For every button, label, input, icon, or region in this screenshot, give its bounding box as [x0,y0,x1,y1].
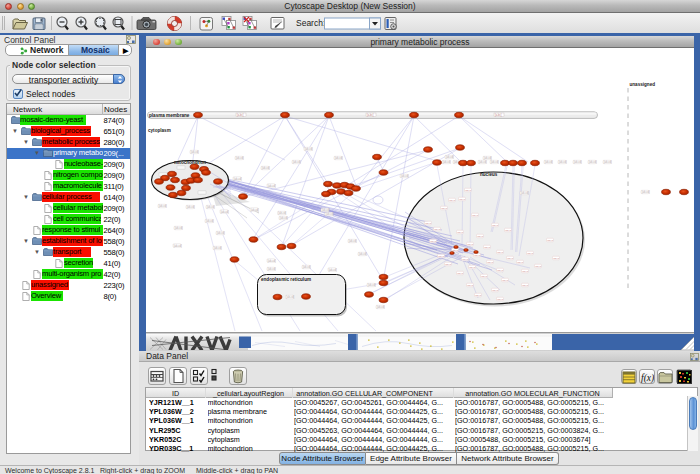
svg-text:[ab-c]: [ab-c] [475,294,481,297]
svg-text:[ab-cd]: [ab-cd] [268,259,276,263]
svg-text:unassigned: unassigned [630,82,656,87]
svg-text:[ab-cd]: [ab-cd] [214,246,222,250]
svg-text:[ab-cd]: [ab-cd] [604,160,612,164]
svg-text:[ab-c]: [ab-c] [527,252,533,255]
svg-text:[ab-c]: [ab-c] [507,257,513,260]
svg-text:[ab-cd]: [ab-cd] [574,160,582,164]
svg-text:[ab-c]: [ab-c] [505,229,511,232]
svg-text:plasma membrane: plasma membrane [149,113,190,118]
svg-text:[ab-cd]: [ab-cd] [236,156,244,160]
svg-text:[ab-c]: [ab-c] [438,255,444,258]
svg-text:[ab-cd]: [ab-cd] [206,219,214,223]
svg-text:[ab-cd]: [ab-cd] [303,265,311,269]
svg-text:[ab-cd]: [ab-cd] [268,267,276,271]
svg-text:[ab-cd]: [ab-cd] [278,211,286,215]
svg-text:[ab-cd]: [ab-cd] [349,239,357,243]
svg-text:[ab-c]: [ab-c] [481,275,487,278]
svg-text:[ab-cd]: [ab-cd] [446,155,454,159]
svg-text:[ab-c]: [ab-c] [457,272,463,275]
svg-text:[a-bc]: [a-bc] [495,113,502,117]
svg-text:[ab-c]: [ab-c] [430,240,436,243]
svg-text:[ab-cd]: [ab-cd] [280,216,288,220]
svg-text:[ab-c]: [ab-c] [449,199,455,202]
svg-text:nucleus: nucleus [480,172,498,177]
svg-text:[ab-c]: [ab-c] [492,289,498,292]
svg-text:[a-bc]: [a-bc] [367,113,374,117]
svg-text:[ab-cd]: [ab-cd] [174,244,182,248]
svg-text:[ab-cd]: [ab-cd] [545,160,553,164]
svg-text:[ab-c]: [ab-c] [477,235,483,238]
svg-text:[ab-c]: [ab-c] [497,251,503,254]
svg-text:[ab-c]: [ab-c] [522,284,528,287]
svg-text:[ab-cd]: [ab-cd] [521,191,529,195]
svg-text:[ab-cd]: [ab-cd] [262,166,270,170]
svg-text:[ab-c]: [ab-c] [434,228,440,231]
svg-text:[ab-c]: [ab-c] [497,298,503,301]
svg-text:[ab-c]: [ab-c] [441,207,447,210]
svg-text:[ab-c]: [ab-c] [547,239,553,242]
svg-text:[ab-c]: [ab-c] [522,270,528,273]
svg-text:[ab-c]: [ab-c] [484,246,490,249]
svg-text:[ab-c]: [ab-c] [462,258,468,261]
svg-text:[ab-c]: [ab-c] [487,261,493,264]
svg-text:[ab-cd]: [ab-cd] [322,208,330,212]
svg-text:[ab-cd]: [ab-cd] [207,205,215,209]
svg-text:[ab-c]: [ab-c] [497,269,503,272]
svg-text:f(x): f(x) [641,373,654,384]
svg-text:[ab-c]: [ab-c] [467,284,473,287]
svg-text:[ab-cd]: [ab-cd] [368,283,376,287]
svg-text:[ab-cd]: [ab-cd] [491,160,499,164]
svg-text:[ab-c]: [ab-c] [469,266,475,269]
svg-text:[ab-cd]: [ab-cd] [559,160,567,164]
svg-text:[ab-c]: [ab-c] [502,279,508,282]
svg-text:[ab-cd]: [ab-cd] [642,190,650,194]
svg-text:[ab-c]: [ab-c] [467,243,473,246]
svg-text:[ab-cd]: [ab-cd] [335,156,343,160]
svg-text:[ab-c]: [ab-c] [425,222,431,225]
svg-text:[ab-cd]: [ab-cd] [187,205,195,209]
svg-text:[ab-cd]: [ab-cd] [443,160,451,164]
svg-text:[ab-cd]: [ab-cd] [479,160,487,164]
svg-text:[ab-cd]: [ab-cd] [377,305,385,309]
svg-text:[ab-c]: [ab-c] [517,261,523,264]
svg-text:[ab-c]: [ab-c] [465,189,471,192]
svg-text:[ab-cd]: [ab-cd] [484,156,492,160]
svg-text:[ab-cd]: [ab-cd] [234,177,242,181]
svg-text:Search:: Search: [296,18,325,28]
svg-text:mitochondrion: mitochondrion [174,160,206,165]
svg-text:[ab-cd]: [ab-cd] [191,150,199,154]
svg-text:[ab-c]: [ab-c] [459,198,465,201]
svg-text:[ab-cd]: [ab-cd] [175,226,183,230]
svg-text:[ab-cd]: [ab-cd] [251,208,259,212]
svg-text:[ab-cd]: [ab-cd] [326,212,334,216]
svg-text:[ab-cd]: [ab-cd] [217,231,225,235]
svg-text:[ab-c]: [ab-c] [535,265,541,268]
svg-text:[ab-cd]: [ab-cd] [329,268,337,272]
svg-text:[ab-cd]: [ab-cd] [589,160,597,164]
svg-text:[ab-cd]: [ab-cd] [159,204,167,208]
svg-text:[ab-c]: [ab-c] [553,257,559,260]
svg-text:[ab-cd]: [ab-cd] [286,295,294,299]
svg-text:[ab-cd]: [ab-cd] [221,210,229,214]
svg-text:[ab-cd]: [ab-cd] [305,147,313,151]
svg-text:[ab-cd]: [ab-cd] [359,252,367,256]
svg-text:[ab-c]: [ab-c] [472,214,478,217]
svg-text:[a-bc]: [a-bc] [237,113,244,117]
svg-text:[ab-c]: [ab-c] [457,231,463,234]
svg-text:[ab-cd]: [ab-cd] [401,174,409,178]
svg-text:[ab-c]: [ab-c] [474,254,480,257]
svg-text:endoplasmic reticulum: endoplasmic reticulum [261,277,311,282]
svg-text:[ab-c]: [ab-c] [445,263,451,266]
svg-text:cytoplasm: cytoplasm [148,128,171,133]
svg-text:[ab-cd]: [ab-cd] [293,160,301,164]
svg-text:[ab-c]: [ab-c] [492,224,498,227]
svg-text:[ab-cd]: [ab-cd] [268,184,276,188]
